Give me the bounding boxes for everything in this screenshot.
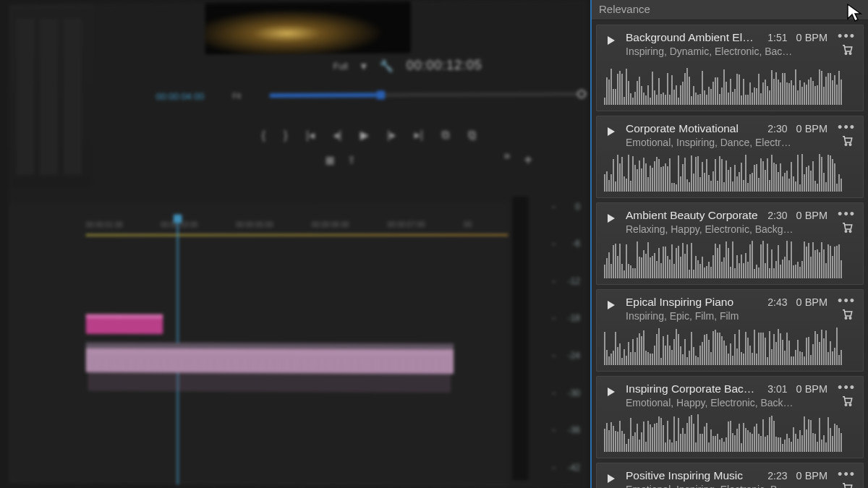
go-to-in-button[interactable]: |◂ [306, 128, 315, 142]
play-icon[interactable] [604, 33, 618, 48]
track-duration: 1:51 [767, 32, 787, 43]
play-icon[interactable] [604, 124, 618, 139]
svg-point-0 [845, 53, 846, 54]
cart-icon[interactable] [841, 307, 854, 320]
play-icon[interactable] [604, 385, 618, 399]
meter-tick: 0 [556, 202, 580, 212]
more-icon[interactable]: ••• [838, 124, 856, 131]
track-card[interactable]: Corporate Motivational2:300 BPMEmotional… [596, 116, 864, 198]
track-tags: Relaxing, Happy, Electronic, Backg… [626, 223, 827, 235]
meter-scale: 0-6-12-18-24-30-36-42 [532, 189, 587, 488]
meter-tick: -30 [556, 388, 580, 398]
more-icon[interactable]: ••• [838, 384, 856, 391]
more-icon[interactable]: ••• [838, 297, 856, 304]
track-card[interactable]: Inspiring Corporate Backg…3:010 BPMEmoti… [596, 376, 864, 458]
svg-point-1 [849, 53, 851, 54]
insert-button[interactable]: ⧉ [442, 128, 450, 141]
svg-point-9 [849, 404, 851, 406]
track-card[interactable]: Positive Inspiring Music2:230 BPMEmotion… [596, 463, 864, 488]
svg-point-7 [849, 317, 851, 319]
cart-icon[interactable] [841, 481, 854, 488]
chevron-down-icon[interactable]: ▾ [361, 59, 367, 72]
sort-dropdown[interactable]: Relevance [592, 0, 868, 20]
track-list: Background Ambient Elect…1:510 BPMInspir… [592, 20, 868, 488]
audio-browser-panel: Relevance Background Ambient Elect…1:510… [590, 0, 868, 488]
track-title: Ambient Beauty Corporate [626, 209, 759, 222]
svg-point-2 [845, 144, 846, 145]
meter-bar [512, 197, 528, 480]
add-button[interactable]: + [524, 152, 532, 168]
track-card[interactable]: Ambient Beauty Corporate2:300 BPMRelaxin… [596, 202, 864, 285]
meter-tick: -6 [556, 239, 580, 249]
track-duration: 2:30 [767, 210, 787, 221]
editor-area: Full ▾ 🔧 00:00:12:05 00:00:04:00 Fit { }… [9, 0, 587, 488]
track-duration: 3:01 [767, 383, 787, 395]
track-bpm: 0 BPM [796, 210, 828, 221]
cart-icon[interactable] [841, 43, 854, 56]
track-bpm: 0 BPM [796, 470, 828, 481]
track-bpm: 0 BPM [796, 123, 828, 134]
cart-icon[interactable] [841, 221, 854, 234]
track-bpm: 0 BPM [796, 383, 828, 395]
program-monitor-frame [205, 1, 411, 54]
track-card[interactable]: Background Ambient Elect…1:510 BPMInspir… [596, 25, 864, 111]
timeline-ruler[interactable]: 00:00:01:00 00:00:03:00 00:00:05:00 00:0… [86, 215, 509, 233]
cart-icon[interactable] [841, 394, 854, 407]
work-area-bar[interactable] [86, 234, 509, 236]
track-duration: 2:30 [767, 123, 787, 134]
meter-tick: -42 [556, 463, 580, 473]
resolution-dropdown[interactable]: Full [333, 61, 348, 72]
mark-out-button[interactable]: } [284, 129, 287, 142]
svg-point-3 [849, 144, 851, 145]
meter-tick: -12 [556, 276, 580, 286]
step-forward-button[interactable]: |▸ [387, 128, 396, 142]
mark-in-button[interactable]: { [262, 129, 265, 142]
go-to-out-button[interactable]: ▸| [414, 128, 423, 142]
expand-button[interactable]: » [504, 149, 511, 162]
waveform[interactable] [604, 241, 856, 278]
svg-point-4 [845, 231, 846, 232]
zoom-slider[interactable] [269, 92, 587, 98]
more-icon[interactable]: ••• [838, 210, 856, 218]
export-frame-button[interactable]: ▦ [326, 154, 335, 166]
video-clip[interactable] [86, 314, 163, 334]
meter-tick: -18 [556, 313, 580, 323]
track-tags: Emotional, Happy, Electronic, Back… [626, 397, 827, 408]
source-timecode: 00:00:04:00 [156, 90, 205, 101]
track-tags: Emotional, Inspiring, Dance, Electr… [626, 137, 827, 148]
audio-clip[interactable] [86, 343, 454, 374]
audio-mixer [9, 4, 93, 189]
share-button[interactable]: ⇪ [347, 154, 356, 166]
cart-icon[interactable] [841, 134, 854, 147]
track-bpm: 0 BPM [796, 296, 828, 308]
waveform[interactable] [604, 414, 856, 452]
track-title: Corporate Motivational [626, 122, 759, 135]
waveform[interactable] [604, 154, 856, 192]
track-tags: Inspiring, Epic, Film, Film [626, 310, 827, 322]
more-icon[interactable]: ••• [838, 471, 856, 478]
track-bpm: 0 BPM [796, 32, 828, 43]
track-card[interactable]: Epical Inspiring Piano2:430 BPMInspiring… [596, 289, 864, 372]
waveform[interactable] [604, 63, 856, 105]
play-icon[interactable] [604, 211, 618, 226]
svg-point-6 [845, 317, 846, 319]
fit-dropdown[interactable]: Fit [232, 91, 241, 100]
play-icon[interactable] [604, 471, 618, 486]
more-icon[interactable]: ••• [838, 33, 856, 40]
step-back-button[interactable]: ◂| [333, 128, 341, 142]
track-duration: 2:23 [767, 470, 787, 481]
timeline[interactable]: 00:00:01:00 00:00:03:00 00:00:05:00 00:0… [9, 202, 509, 487]
overwrite-button[interactable]: ⧉̲ [468, 128, 476, 141]
program-monitor: Full ▾ 🔧 00:00:12:05 [177, 1, 490, 89]
play-icon[interactable] [604, 298, 618, 312]
track-title: Background Ambient Elect… [626, 31, 759, 44]
play-button[interactable]: ▶ [360, 128, 369, 142]
track-title: Positive Inspiring Music [626, 469, 759, 482]
waveform[interactable] [604, 328, 856, 365]
track-tags: Emotional, Inspiring, Electronic, B… [626, 484, 827, 488]
wrench-icon[interactable]: 🔧 [379, 59, 393, 72]
transport-controls: { } |◂ ◂| ▶ |▸ ▸| ⧉ ⧉̲ [262, 128, 477, 142]
meter-tick: -24 [556, 351, 580, 361]
audio-meter: 0-6-12-18-24-30-36-42 [508, 189, 587, 488]
program-timecode: 00:00:12:05 [407, 57, 482, 73]
